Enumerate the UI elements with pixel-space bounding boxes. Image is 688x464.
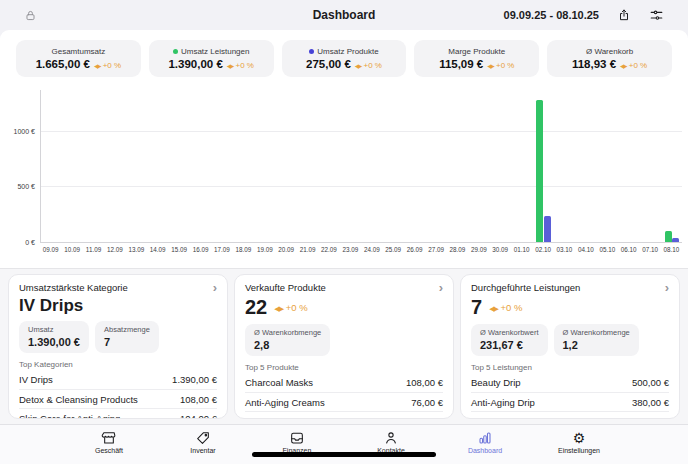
tab-bar: Geschäft Inventar Finanzen Kontakte (0, 424, 688, 464)
delta-badge: ◀▶ +0 % (355, 61, 382, 70)
x-tick-label: 13.09 (126, 246, 147, 253)
chevron-right-icon: › (213, 283, 217, 292)
x-tick-label: 21.09 (297, 246, 318, 253)
list-item[interactable]: Energy Boost Drip 360,00 € (471, 412, 669, 419)
statbox-warenkorbwert: Ø Warenkorbwert 231,67 € (471, 324, 548, 356)
chart-bar-produkte (672, 238, 679, 242)
card-header[interactable]: Verkaufte Produkte › (245, 282, 443, 293)
share-icon[interactable] (617, 7, 631, 23)
tag-icon (195, 430, 211, 446)
kpi-umsatz-produkte[interactable]: Umsatz Produkte 275,00 € ◀▶ +0 % (282, 40, 407, 77)
delta-arrows-icon: ◀▶ (620, 63, 626, 69)
lock-icon[interactable] (24, 8, 37, 23)
x-tick-label: 07.10 (639, 246, 660, 253)
nav-item-einstellungen[interactable]: ⚙ Einstellungen (549, 430, 609, 454)
x-tick-label: 25.09 (383, 246, 404, 253)
nav-item-inventar[interactable]: Inventar (173, 430, 233, 454)
kpi-marge-produkte[interactable]: Marge Produkte 115,09 € ◀▶ +0 % (414, 40, 539, 77)
delta-badge: ◀▶ +0 % (227, 61, 254, 70)
list-title: Top 5 Leistungen (471, 363, 669, 372)
list-item[interactable]: Anti-Aging Drip 380,00 € (471, 393, 669, 413)
x-tick-label: 24.09 (361, 246, 382, 253)
filter-sliders-icon[interactable] (649, 8, 664, 23)
nav-item-geschaeft[interactable]: Geschäft (79, 430, 139, 454)
kpi-label: Ø Warenkorb (586, 47, 633, 56)
chart-x-axis: 09.0910.0911.0912.0913.0914.0915.0916.09… (40, 246, 682, 253)
x-tick-label: 11.09 (83, 246, 104, 253)
kpi-label: Umsatz Leistungen (181, 47, 249, 56)
nav-item-finanzen[interactable]: Finanzen (267, 430, 327, 454)
kpi-value: 118,93 € (572, 58, 616, 70)
delta-arrows-icon: ◀▶ (227, 63, 233, 69)
statbox-absatzmenge: Absatzmenge 7 (95, 321, 159, 353)
delta-badge: ◀▶ +0 % (620, 61, 647, 70)
x-tick-label: 22.09 (318, 246, 339, 253)
kpi-gesamtumsatz[interactable]: Gesamtumsatz 1.665,00 € ◀▶ +0 % (16, 40, 141, 77)
nav-item-kontakte[interactable]: Kontakte (361, 430, 421, 454)
list-item[interactable]: Anti-Aging Creams 76,00 € (245, 393, 443, 413)
chevron-right-icon: › (665, 283, 669, 292)
x-tick-label: 06.10 (618, 246, 639, 253)
card-header[interactable]: Durchgeführte Leistungen › (471, 282, 669, 293)
list-item[interactable]: Skin Care for Anti-Aging 104,00 € (19, 409, 217, 419)
x-tick-label: 30.09 (490, 246, 511, 253)
kpi-label: Marge Produkte (448, 47, 505, 56)
card-top-category: Umsatzstärkste Kategorie › IV Drips Umsa… (8, 274, 228, 419)
x-tick-label: 09.09 (40, 246, 61, 253)
delta-badge: ◀▶ +0 % (489, 302, 522, 313)
kpi-label: Gesamtumsatz (52, 47, 106, 56)
services-count: 7 (471, 296, 482, 319)
x-tick-label: 19.09 (254, 246, 275, 253)
revenue-bar-chart: 09.0910.0911.0912.0913.0914.0915.0916.09… (0, 86, 688, 262)
top-bar: Dashboard 09.09.25 - 08.10.25 (0, 0, 688, 30)
delta-badge: ◀▶ +0 % (487, 61, 514, 70)
gear-icon: ⚙ (573, 430, 586, 446)
delta-arrows-icon: ◀▶ (489, 305, 498, 312)
x-tick-label: 02.10 (532, 246, 553, 253)
statbox-warenkorbmenge: Ø Warenkorbmenge 2,8 (245, 324, 330, 356)
person-icon (383, 430, 399, 446)
chart-bar-leistungen (665, 231, 672, 242)
card-header[interactable]: Umsatzstärkste Kategorie › (19, 282, 217, 293)
y-tick-label: 1000 € (0, 128, 35, 135)
sold-products-count: 22 (245, 296, 267, 319)
x-tick-label: 03.10 (554, 246, 575, 253)
card-performed-services: Durchgeführte Leistungen › 7 ◀▶ +0 % Ø W… (460, 274, 680, 419)
statbox-umsatz: Umsatz 1.390,00 € (19, 321, 89, 353)
chevron-right-icon: › (439, 283, 443, 292)
x-tick-label: 23.09 (340, 246, 361, 253)
chart-bar-leistungen (536, 100, 543, 242)
y-tick-label: 500 € (0, 183, 35, 190)
x-tick-label: 12.09 (104, 246, 125, 253)
gridline (41, 131, 682, 132)
chart-bar-produkte (544, 216, 551, 242)
list-title: Top Kategorien (19, 360, 217, 369)
list-item[interactable]: Brightening Serums 28,00 € (245, 412, 443, 419)
kpi-row: Gesamtumsatz 1.665,00 € ◀▶ +0 % Umsatz L… (16, 40, 672, 77)
delta-badge: ◀▶ +0 % (274, 302, 307, 313)
nav-item-dashboard[interactable]: Dashboard (455, 430, 515, 454)
kpi-umsatz-leistungen[interactable]: Umsatz Leistungen 1.390,00 € ◀▶ +0 % (149, 40, 274, 77)
list-title: Top 5 Produkte (245, 363, 443, 372)
kpi-value: 1.665,00 € (36, 58, 90, 70)
home-indicator[interactable] (252, 452, 436, 457)
delta-arrows-icon: ◀▶ (94, 63, 100, 69)
x-tick-label: 04.10 (575, 246, 596, 253)
kpi-warenkorb[interactable]: Ø Warenkorb 118,93 € ◀▶ +0 % (547, 40, 672, 77)
list-item[interactable]: IV Drips 1.390,00 € (19, 370, 217, 390)
date-range-selector[interactable]: 09.09.25 - 08.10.25 (504, 9, 599, 21)
y-tick-label: 0 € (0, 239, 35, 246)
delta-arrows-icon: ◀▶ (487, 63, 493, 69)
x-tick-label: 16.09 (190, 246, 211, 253)
x-tick-label: 15.09 (168, 246, 189, 253)
chart-plot (40, 90, 682, 243)
list-item[interactable]: Detox & Cleansing Products 108,00 € (19, 390, 217, 410)
x-tick-label: 05.10 (597, 246, 618, 253)
kpi-label: Umsatz Produkte (317, 47, 378, 56)
list-item[interactable]: Charcoal Masks 108,00 € (245, 373, 443, 393)
kpi-value: 115,09 € (439, 58, 483, 70)
top-category-name: IV Drips (19, 296, 217, 316)
x-tick-label: 28.09 (447, 246, 468, 253)
x-tick-label: 27.09 (425, 246, 446, 253)
list-item[interactable]: Beauty Drip 500,00 € (471, 373, 669, 393)
